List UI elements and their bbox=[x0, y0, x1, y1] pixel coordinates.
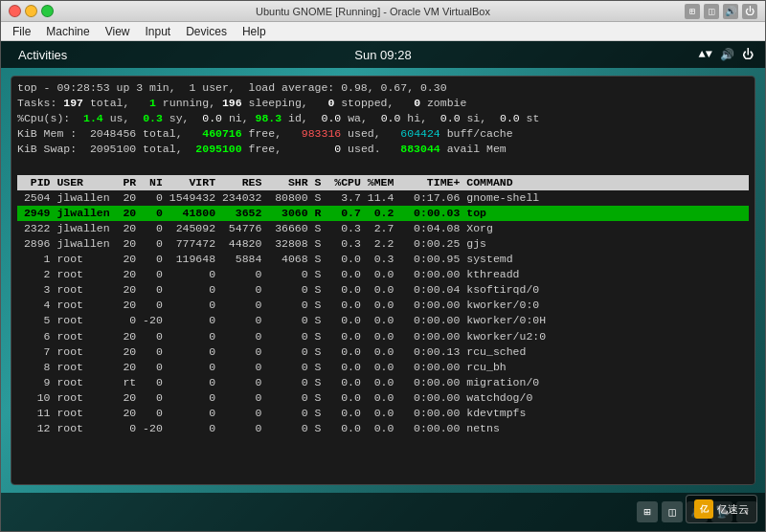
proc-row-3: 3 root 20 0 0 0 0 S 0.0 0.0 0:00.04 ksof… bbox=[17, 282, 749, 298]
proc-row-9: 9 root rt 0 0 0 0 S 0.0 0.0 0:00.00 migr… bbox=[17, 375, 749, 390]
watermark-logo: 亿 bbox=[694, 499, 713, 519]
top-stat-3: %Cpu(s): 1.4 us, 0.3 sy, 0.0 ni, 98.3 id… bbox=[17, 111, 749, 126]
proc-row-4: 4 root 20 0 0 0 0 S 0.0 0.0 0:00.00 kwor… bbox=[17, 298, 749, 313]
gnome-topbar-right: ▲▼ 🔊 ⏻ bbox=[699, 48, 754, 62]
proc-row-2322: 2322 jlwallen 20 0 245092 54776 36660 S … bbox=[17, 221, 749, 236]
power-indicator[interactable]: ⏻ bbox=[742, 48, 754, 62]
vbox-titlebar-icons: ⊞ ◫ 🔊 ⏻ bbox=[685, 4, 757, 19]
vbox-window-controls bbox=[9, 5, 54, 17]
ubuntu-desktop: Activities Sun 09:28 ▲▼ 🔊 ⏻ top - 09:28:… bbox=[1, 41, 765, 531]
vbox-titlebar: Ubuntu GNOME [Running] - Oracle VM Virtu… bbox=[1, 1, 765, 22]
menu-input[interactable]: Input bbox=[138, 23, 179, 40]
vbox-icon-1: ⊞ bbox=[685, 4, 700, 19]
sound-indicator[interactable]: 🔊 bbox=[720, 48, 734, 62]
vbox-menubar: File Machine View Input Devices Help bbox=[1, 22, 765, 41]
proc-row-10: 10 root 20 0 0 0 0 S 0.0 0.0 0:00.00 wat… bbox=[17, 390, 749, 406]
menu-devices[interactable]: Devices bbox=[178, 23, 235, 40]
taskbar-icon-1[interactable]: ⊞ bbox=[637, 501, 658, 522]
network-indicator[interactable]: ▲▼ bbox=[699, 48, 712, 61]
vbox-icon-3: 🔊 bbox=[723, 4, 738, 19]
vbox-title: Ubuntu GNOME [Running] - Oracle VM Virtu… bbox=[61, 6, 685, 17]
proc-row-5: 5 root 0 -20 0 0 0 S 0.0 0.0 0:00.00 kwo… bbox=[17, 313, 749, 328]
virtualbox-window: Ubuntu GNOME [Running] - Oracle VM Virtu… bbox=[0, 0, 766, 532]
proc-row-7: 7 root 20 0 0 0 0 S 0.0 0.0 0:00.13 rcu_… bbox=[17, 344, 749, 360]
menu-help[interactable]: Help bbox=[235, 23, 274, 40]
taskbar-icon-2[interactable]: ◫ bbox=[662, 501, 683, 522]
top-stat-5: KiB Swap: 2095100 total, 2095100 free, 0… bbox=[17, 142, 749, 157]
proc-row-1: 1 root 20 0 119648 5884 4068 S 0.0 0.3 0… bbox=[17, 252, 749, 267]
watermark-text: 亿速云 bbox=[717, 502, 749, 517]
proc-row-11: 11 root 20 0 0 0 0 S 0.0 0.0 0:00.00 kde… bbox=[17, 406, 749, 421]
proc-row-2949: 2949 jlwallen 20 0 41800 3652 3060 R 0.7… bbox=[17, 206, 749, 221]
maximize-button[interactable] bbox=[41, 5, 54, 17]
menu-view[interactable]: View bbox=[98, 23, 138, 40]
proc-row-2: 2 root 20 0 0 0 0 S 0.0 0.0 0:00.00 kthr… bbox=[17, 267, 749, 282]
proc-row-2504: 2504 jlwallen 20 0 1549432 234032 80800 … bbox=[17, 190, 749, 206]
gnome-clock: Sun 09:28 bbox=[354, 48, 411, 62]
proc-row-12: 12 root 0 -20 0 0 0 S 0.0 0.0 0:00.00 ne… bbox=[17, 421, 749, 436]
proc-row-6: 6 root 20 0 0 0 0 S 0.0 0.0 0:00.00 kwor… bbox=[17, 329, 749, 344]
proc-row-8: 8 root 20 0 0 0 0 S 0.0 0.0 0:00.00 rcu_… bbox=[17, 360, 749, 375]
menu-machine[interactable]: Machine bbox=[38, 23, 97, 40]
blank-line bbox=[17, 159, 749, 174]
terminal-content[interactable]: top - 09:28:53 up 3 min, 1 user, load av… bbox=[11, 77, 755, 484]
terminal-window: top - 09:28:53 up 3 min, 1 user, load av… bbox=[11, 76, 755, 485]
vbox-icon-2: ◫ bbox=[704, 4, 719, 19]
gnome-activities[interactable]: Activities bbox=[12, 46, 73, 64]
top-stat-4: KiB Mem : 2048456 total, 460716 free, 98… bbox=[17, 126, 749, 142]
top-stat-2: Tasks: 197 total, 1 running, 196 sleepin… bbox=[17, 96, 749, 111]
gnome-taskbar: ⊞ ◫ 🔊 📡 ⬆ bbox=[1, 493, 765, 531]
minimize-button[interactable] bbox=[25, 5, 37, 17]
proc-row-2896: 2896 jlwallen 20 0 777472 44820 32808 S … bbox=[17, 236, 749, 252]
menu-file[interactable]: File bbox=[5, 23, 38, 40]
proc-header: PID USER PR NI VIRT RES SHR S %CPU %MEM … bbox=[17, 175, 749, 190]
close-button[interactable] bbox=[9, 5, 21, 17]
watermark: 亿 亿速云 bbox=[686, 495, 757, 523]
top-stat-1: top - 09:28:53 up 3 min, 1 user, load av… bbox=[17, 80, 749, 96]
vbox-icon-4: ⏻ bbox=[742, 4, 757, 19]
gnome-topbar: Activities Sun 09:28 ▲▼ 🔊 ⏻ bbox=[1, 41, 765, 68]
